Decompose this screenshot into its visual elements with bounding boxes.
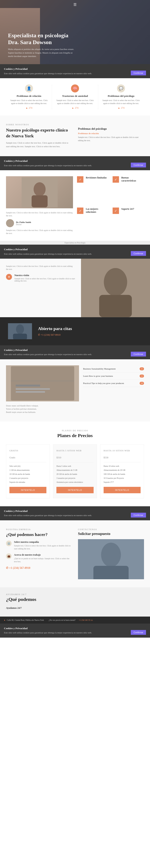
cookie-confirm-btn-1[interactable]: Confirmar: [131, 70, 146, 75]
hamburger-menu[interactable]: ☰: [73, 2, 77, 7]
blog-body-text: Donec nunec sed blandit libero volutpat.…: [6, 404, 79, 414]
pricing-btn-0[interactable]: INTENTELO: [9, 487, 46, 493]
about-label: SOBRE NOSOTROS: [6, 124, 144, 126]
blog-badge-1: 11: [140, 375, 144, 377]
cookie-body-4: Este sitio web utiliza cookies para gara…: [4, 353, 92, 355]
pricing-feature-1-4: Asistencia por correo electrónico: [57, 481, 93, 484]
pricing-feature-2-2: 100 GB de ancho de banda: [104, 473, 141, 475]
address-phone[interactable]: +1 234 545 55 xx: [79, 619, 93, 621]
blog-list-item-2[interactable]: Practical Tips to help you grow your pro…: [83, 380, 144, 387]
blog-right: Business Sustainability Management 11 Le…: [83, 365, 144, 415]
pricing-feature-2-1: Almacenamiento de 20 GB: [104, 469, 141, 472]
pricing-label: Planes de Precios: [6, 430, 144, 432]
pricing-feature-1-0: Hasta 5 sitios web: [57, 465, 93, 468]
pricing-card-0: Gratis Gratis Sólo web (tit) 1 GB de alm…: [6, 444, 50, 498]
cookie-text-3: Cookies y Privacidad Este sitio web util…: [4, 247, 127, 255]
blog-badge-2: 10: [140, 382, 144, 385]
pricing-feature-1-1: Almacenamiento de 5 GB: [57, 469, 93, 472]
about-content: Nuestro psicólogo experto clínico de Nue…: [6, 127, 144, 148]
about-title: Nuestro psicólogo experto clínico de Nue…: [6, 127, 72, 139]
cookie-body-1: Este sitio web utiliza cookies para gara…: [4, 72, 92, 74]
cookie-title-2: Cookies y Privacidad: [4, 159, 127, 163]
feat2-check-0: ✓: [77, 176, 83, 183]
doctor-info: Dr. Pablo Smith Doctor: [16, 221, 31, 225]
vision-title-0: Nuestra visión: [14, 274, 75, 277]
cookie-banner-4: Cookies y Privacidad Este sitio web util…: [0, 345, 150, 359]
cookie-banner-1: Cookies y Privacidad Este sitio web util…: [0, 64, 150, 78]
company-left: NUESTRA EMPRESA ¿Qué podemos hacer? 🏢 So…: [6, 528, 72, 579]
about-right-title: Problemas del psicólogo: [78, 127, 144, 130]
doctor-row: Dr. Pablo Smith Doctor: [6, 219, 73, 227]
feature-icon-1: 🧠: [71, 85, 79, 92]
pricing-price-1: $310: [57, 453, 93, 460]
cookie-confirm-btn-5[interactable]: Confirmar: [131, 513, 146, 518]
feat2-check-3: ✓: [113, 208, 119, 214]
appointment-phone[interactable]: ✆ +1 (234) 567-8910: [38, 333, 72, 337]
blog-list-link-1[interactable]: Learn How to grow your business: [83, 375, 113, 377]
company-title: ¿Qué podemos hacer?: [6, 532, 72, 537]
company-right: Contáctenos Solicitar presupuesto: [78, 528, 144, 579]
blog-list-item-1[interactable]: Learn How to grow your business 11: [83, 373, 144, 380]
company-phone[interactable]: ✆ +1 (234) 567-8910: [6, 566, 72, 570]
about-right: Problemas del psicólogo Problemas de rel…: [78, 127, 144, 148]
svg-rect-10: [11, 366, 74, 401]
blog-list-item-0[interactable]: Business Sustainability Management 11: [83, 365, 144, 373]
pricing-plan-1: Hasta 5 sitios web: [57, 450, 93, 452]
cookie-confirm-btn-3[interactable]: Confirmar: [131, 251, 146, 256]
svg-rect-8: [13, 334, 27, 339]
about-right-body: Sample text. Click to select the text bo…: [78, 136, 144, 142]
feat2-item-1: ✓ Buenas características: [113, 176, 144, 204]
pricing-btn-2[interactable]: INTENTELO: [104, 487, 141, 493]
vision-left: Sample text. Click to select the text bo…: [0, 259, 81, 317]
pricing-grid: Gratis Gratis Sólo web (tit) 1 GB de alm…: [6, 444, 144, 498]
feature-counter-1: ▲274: [55, 106, 95, 110]
vision-text-0: Sample text. Click to select the text bo…: [14, 278, 75, 282]
contact-title: Solicitar presupuesto: [78, 532, 144, 536]
features2-section: Sample text. Click to select the text bo…: [0, 170, 150, 241]
features2-image: [6, 176, 73, 208]
feat2-item-3: ✓ Soporte 24/7: [113, 208, 144, 235]
cookie-title-1: Cookies y Privacidad: [4, 67, 127, 71]
feat2-content-0: Revisiones limitadas: [86, 176, 107, 180]
blog-list: Business Sustainability Management 11 Le…: [83, 365, 144, 387]
feat2-item-0: ✓ Revisiones limitadas: [77, 176, 109, 204]
feature-text-1: Sample text. Click to select the text bo…: [55, 99, 95, 105]
cookie-body-2: Este sitio web utiliza cookies para gara…: [4, 164, 92, 166]
pricing-btn-1[interactable]: INTENTELO: [57, 487, 93, 493]
company-item-text-0: Sobre nuestra compañía Sample text. Clic…: [14, 540, 72, 550]
cookie-confirm-btn-2[interactable]: Confirmar: [131, 163, 146, 167]
vision-sample-text: Sample text. Click to select the text bo…: [6, 265, 75, 271]
company-icon-1: 💼: [6, 553, 11, 559]
cookie-banner-6: Cookies y Privacidad Este sitio web util…: [0, 624, 150, 638]
blog-list-link-2[interactable]: Practical Tips to help you grow your pro…: [83, 382, 124, 384]
pricing-plan-2: Hasta 10 sitios web: [104, 450, 141, 452]
pricing-section: Planes de Precios Planes de Precios Grat…: [0, 422, 150, 506]
pricing-feature-2-0: Hasta 10 sitios web: [104, 465, 141, 468]
hero-person-right: [108, 12, 144, 64]
appointment-text: Abierto para citas ✆ +1 (234) 567-8910: [38, 326, 72, 337]
cookie-confirm-btn-6[interactable]: Confirmar: [131, 630, 146, 635]
cookie-banner-3: Cookies y Privacidad Este sitio web util…: [0, 245, 150, 259]
svg-rect-2: [32, 195, 48, 207]
address-subtext: ¿No ves precio en la barra menú?: [49, 619, 76, 621]
capability-title: ¿Qué podemos: [6, 597, 144, 602]
pricing-feature-1-3: 3 usuarios por proyecto: [57, 477, 93, 479]
feature-text-0: Sample text. Click to select the text bo…: [9, 99, 49, 105]
cookie-banner-2: Cookies y Privacidad Este sitio web util…: [0, 156, 150, 170]
hero-content: Especialista en psicología Dra. Sara Dow…: [0, 26, 84, 64]
cookie-banner-5: Cookies y Privacidad Este sitio web util…: [0, 506, 150, 520]
feature-icon-0: 👤: [25, 85, 33, 92]
hero-subtitle: Multa aliquam et porttitor dea aliquit. …: [8, 48, 76, 58]
about-text: Sample text. Click to select the text bo…: [6, 141, 72, 148]
cookie-text-5: Cookies y Privacidad Este sitio web util…: [4, 509, 127, 517]
feature-item-2: 💬 Problemas del psicólogo Sample text. C…: [98, 85, 144, 110]
cookie-body-6: Este sitio web utiliza cookies para gara…: [4, 631, 92, 634]
blog-badge-0: 11: [140, 367, 144, 370]
feature-icon-2: 💬: [117, 85, 125, 92]
company-item-title-0: Sobre nuestra compañía: [14, 540, 72, 544]
blog-list-link-0[interactable]: Business Sustainability Management: [83, 368, 116, 370]
pricing-price-0: Gratis: [9, 453, 46, 460]
company-item-0: 🏢 Sobre nuestra compañía Sample text. Cl…: [6, 540, 72, 550]
feat2-content-3: Soporte 24/7: [121, 208, 134, 211]
cookie-confirm-btn-4[interactable]: Confirmar: [131, 352, 146, 356]
